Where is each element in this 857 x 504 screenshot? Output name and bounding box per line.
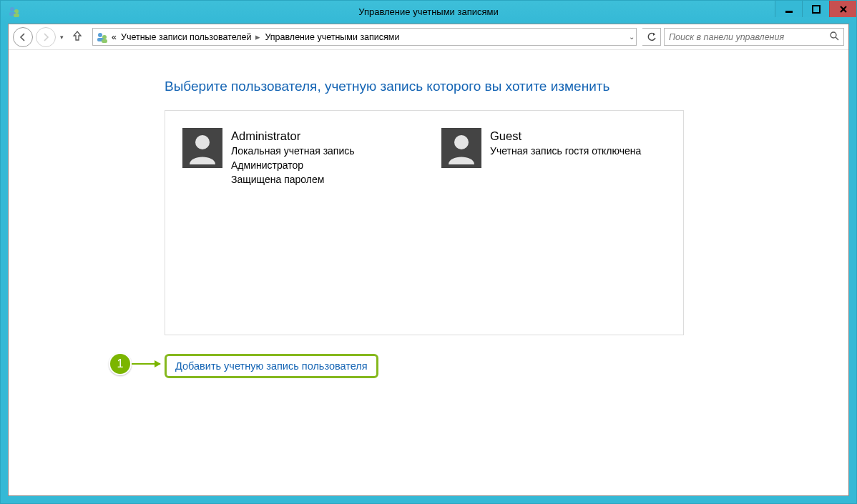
add-link-container: 1 Добавить учетную запись пользователя	[165, 354, 848, 378]
avatar-icon	[182, 128, 222, 168]
client-area: ▾ « Учетные записи пользователей ▸ Управ…	[8, 24, 849, 496]
add-user-account-link[interactable]: Добавить учетную запись пользователя	[165, 354, 378, 378]
breadcrumb-item[interactable]: Управление учетными записями	[265, 32, 399, 42]
page-heading: Выберите пользователя, учетную запись ко…	[165, 79, 848, 94]
breadcrumb-item[interactable]: Учетные записи пользователей	[121, 32, 252, 42]
user-name: Guest	[490, 128, 641, 144]
svg-point-8	[98, 33, 102, 37]
recent-dropdown-icon[interactable]: ▾	[59, 34, 65, 41]
window-controls	[775, 1, 856, 17]
search-box[interactable]	[664, 28, 844, 46]
svg-point-15	[454, 135, 469, 149]
svg-rect-4	[785, 11, 793, 13]
svg-rect-11	[102, 39, 107, 43]
window-title: Управление учетными записями	[1, 6, 856, 17]
user-detail: Защищена паролем	[231, 173, 355, 187]
user-card-guest[interactable]: Guest Учетная запись гостя отключена	[441, 128, 666, 317]
user-name: Administrator	[231, 128, 355, 144]
toolbar: ▾ « Учетные записи пользователей ▸ Управ…	[9, 24, 848, 50]
address-dropdown-icon[interactable]: ⌄	[629, 33, 635, 41]
annotation-callout: 1	[109, 352, 160, 375]
content-area: Выберите пользователя, учетную запись ко…	[9, 50, 848, 495]
user-detail: Администратор	[231, 159, 355, 173]
user-info: Guest Учетная запись гостя отключена	[490, 128, 641, 317]
arrow-right-icon	[132, 363, 160, 365]
user-detail: Учетная запись гостя отключена	[490, 144, 641, 159]
address-bar[interactable]: « Учетные записи пользователей ▸ Управле…	[92, 28, 637, 46]
user-info: Administrator Локальная учетная запись А…	[231, 128, 355, 317]
svg-rect-5	[813, 6, 820, 13]
window: Управление учетными записями ▾	[0, 0, 857, 504]
svg-line-13	[836, 37, 838, 40]
annotation-badge: 1	[109, 352, 132, 375]
forward-button[interactable]	[36, 27, 56, 47]
user-detail: Локальная учетная запись	[231, 144, 355, 159]
close-button[interactable]	[829, 1, 856, 17]
chevron-right-icon: ▸	[251, 31, 265, 42]
up-button[interactable]	[68, 30, 87, 44]
refresh-button[interactable]	[642, 28, 661, 46]
svg-point-14	[195, 135, 210, 149]
maximize-button[interactable]	[802, 1, 829, 17]
user-accounts-icon	[8, 5, 21, 18]
user-accounts-icon	[96, 31, 109, 44]
search-icon[interactable]	[830, 31, 839, 43]
svg-point-0	[10, 7, 14, 11]
user-list: Administrator Локальная учетная запись А…	[165, 110, 684, 335]
search-input[interactable]	[669, 32, 830, 42]
svg-rect-3	[14, 14, 19, 17]
back-button[interactable]	[13, 27, 33, 47]
breadcrumb-prefix: «	[112, 32, 117, 42]
avatar-icon	[441, 128, 481, 168]
user-card-administrator[interactable]: Administrator Локальная учетная запись А…	[182, 128, 407, 317]
minimize-button[interactable]	[775, 1, 802, 17]
svg-point-12	[831, 32, 836, 38]
titlebar[interactable]: Управление учетными записями	[1, 1, 856, 22]
